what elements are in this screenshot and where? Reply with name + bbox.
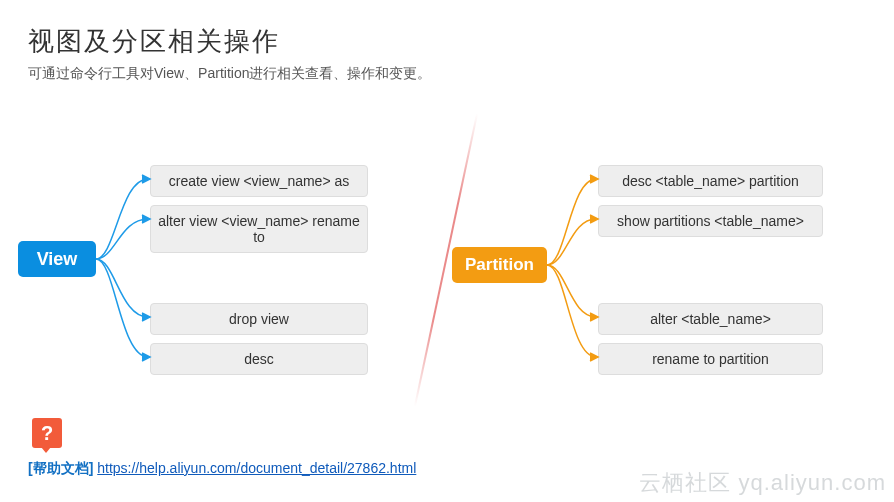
help-link-label: [帮助文档] bbox=[28, 460, 93, 476]
view-op-create: create view <view_name> as bbox=[150, 165, 368, 197]
view-op-alter: alter view <view_name> rename to bbox=[150, 205, 368, 253]
partition-op-show: show partitions <table_name> bbox=[598, 205, 823, 237]
view-op-drop: drop view bbox=[150, 303, 368, 335]
help-icon: ? bbox=[32, 418, 62, 448]
partition-op-alter: alter <table_name> bbox=[598, 303, 823, 335]
partition-op-rename: rename to partition bbox=[598, 343, 823, 375]
view-node: View bbox=[18, 241, 96, 277]
view-op-desc: desc bbox=[150, 343, 368, 375]
page-subtitle: 可通过命令行工具对View、Partition进行相关查看、操作和变更。 bbox=[28, 65, 431, 83]
watermark: 云栖社区 yq.aliyun.com bbox=[639, 468, 886, 498]
page-title: 视图及分区相关操作 bbox=[28, 24, 280, 59]
partition-node: Partition bbox=[452, 247, 547, 283]
partition-op-desc: desc <table_name> partition bbox=[598, 165, 823, 197]
help-link-url[interactable]: https://help.aliyun.com/document_detail/… bbox=[97, 460, 416, 476]
help-link-row: [帮助文档] https://help.aliyun.com/document_… bbox=[28, 460, 416, 478]
